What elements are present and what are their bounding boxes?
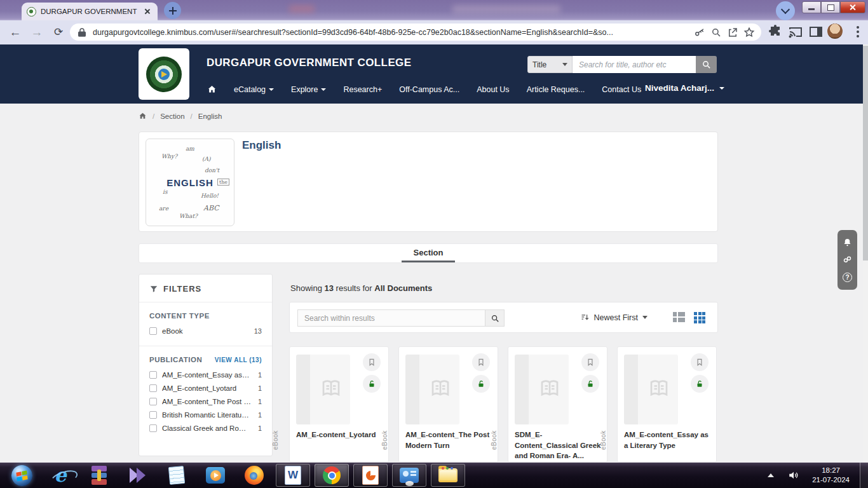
share-link-icon[interactable]	[843, 255, 852, 264]
taskbar-kmplayer[interactable]	[121, 464, 155, 487]
open-access-unlock-icon[interactable]	[472, 375, 490, 393]
reload-button[interactable]: ⟳	[51, 25, 66, 40]
nav-research[interactable]: Research+	[343, 85, 382, 94]
section-thumbnail[interactable]: Why? am (A) don't Hello! ABC What? is ar…	[146, 139, 234, 226]
result-title[interactable]: AM_E-content_Essay as a Literary Type	[624, 430, 711, 451]
open-access-unlock-icon[interactable]	[363, 375, 381, 393]
show-desktop-button[interactable]	[860, 463, 868, 488]
profile-avatar[interactable]	[827, 24, 843, 39]
filter-publication-item[interactable]: British Romantic Literature ... 1	[139, 409, 272, 422]
result-title[interactable]: AM_E-content_The Post Modern Turn	[405, 430, 492, 451]
doodle-word: is	[163, 189, 168, 195]
filter-ebook[interactable]: eBook 13	[139, 325, 272, 338]
address-bar[interactable]: durgapurgovtcollege.knimbus.com/user#/se…	[70, 24, 761, 41]
header-search-input[interactable]	[573, 56, 696, 73]
taskbar-internet-explorer[interactable]: e	[43, 464, 78, 487]
taskbar-word[interactable]: W	[276, 464, 310, 487]
taskbar-control-panel[interactable]	[392, 464, 426, 487]
checkbox[interactable]	[149, 371, 157, 379]
extensions-icon[interactable]	[768, 24, 783, 39]
checkbox[interactable]	[149, 398, 157, 405]
page-scrollbar[interactable]	[863, 44, 868, 463]
taskbar-chrome[interactable]	[315, 464, 349, 487]
window-minimize-button[interactable]	[802, 1, 821, 13]
user-menu[interactable]: Nivedita Acharj...	[645, 83, 724, 93]
ebook-thumbnail[interactable]: eBook	[405, 355, 459, 424]
cast-icon[interactable]	[788, 24, 803, 39]
checkbox[interactable]	[149, 424, 157, 432]
bookmark-button[interactable]	[472, 353, 490, 371]
back-button[interactable]: ←	[8, 25, 23, 40]
filter-publication-item[interactable]: Classical Greek and Roman ... 1	[139, 422, 272, 435]
filter-publication-item[interactable]: AM_E-content_The Post Mo... 1	[139, 395, 272, 409]
open-access-unlock-icon[interactable]	[581, 375, 599, 393]
ebook-thumbnail[interactable]: eBook	[296, 355, 350, 424]
filter-publication-item[interactable]: AM_E-content_Essay as a Lit... 1	[139, 369, 272, 382]
scrollbar-thumb[interactable]	[863, 46, 868, 261]
clock[interactable]: 18:27 21-07-2024	[812, 466, 850, 485]
taskbar-firefox[interactable]	[237, 464, 271, 487]
bookmark-button[interactable]	[691, 353, 709, 371]
forward-button[interactable]: →	[29, 25, 44, 40]
taskbar-notepad[interactable]	[159, 464, 194, 487]
nav-ecatalog[interactable]: eCatalog	[234, 85, 274, 94]
result-title[interactable]: AM_E-content_Lyotard	[296, 430, 383, 440]
start-button[interactable]	[4, 464, 39, 487]
window-maximize-button[interactable]	[821, 1, 840, 13]
sidepanel-icon[interactable]	[808, 24, 824, 39]
tray-expand-icon[interactable]	[768, 473, 774, 477]
checkbox[interactable]	[149, 411, 157, 419]
zoom-icon[interactable]	[710, 27, 722, 38]
open-access-unlock-icon[interactable]	[691, 375, 709, 393]
header-search-button[interactable]	[696, 56, 717, 73]
grid-view-icon[interactable]	[694, 312, 706, 324]
nav-offcampus[interactable]: Off-Campus Ac...	[399, 85, 459, 94]
window-close-button[interactable]	[840, 1, 865, 13]
ebook-thumbnail[interactable]: eBook	[624, 355, 678, 424]
doodle-word: (A)	[202, 156, 211, 162]
search-category-select[interactable]: Title	[527, 56, 573, 73]
nav-article-request[interactable]: Article Reques...	[527, 85, 585, 94]
result-card[interactable]: eBook SDM_E-Content_Classical Greek and …	[508, 346, 607, 463]
result-card[interactable]: eBook AM_E-content_Lyotard	[289, 346, 389, 463]
search-within-results-input[interactable]	[297, 309, 485, 327]
taskbar-powerpoint[interactable]	[353, 464, 388, 487]
results-count: 13	[325, 283, 334, 293]
nav-contact[interactable]: Contact Us	[602, 85, 641, 94]
help-icon[interactable]: ?	[843, 273, 852, 282]
bookmark-button[interactable]	[581, 353, 599, 371]
home-icon[interactable]	[207, 85, 217, 94]
bookmark-button[interactable]	[363, 353, 381, 371]
home-icon[interactable]	[139, 112, 147, 120]
taskbar-media-player[interactable]	[198, 464, 233, 487]
taskbar-explorer[interactable]	[431, 464, 465, 487]
results-search-button[interactable]	[485, 309, 505, 327]
share-icon[interactable]	[727, 27, 738, 38]
filter-publication-item[interactable]: AM_E-content_Lyotard 1	[139, 382, 272, 395]
college-logo[interactable]	[139, 48, 189, 100]
tab-close-icon[interactable]	[142, 6, 153, 17]
password-key-icon[interactable]	[694, 27, 705, 38]
checkbox[interactable]	[149, 327, 157, 335]
tab-search-chevron-icon[interactable]	[776, 1, 795, 20]
bookmark-star-icon[interactable]	[743, 27, 755, 38]
view-all-link[interactable]: VIEW ALL (13)	[215, 356, 262, 363]
notifications-bell-icon[interactable]	[843, 238, 852, 247]
checkbox[interactable]	[149, 384, 157, 392]
browser-tab[interactable]: DURGAPUR GOVERNMENT COLL	[22, 3, 158, 20]
sort-dropdown[interactable]: Newest First	[580, 313, 648, 322]
tab-section[interactable]: Section	[139, 248, 717, 257]
nav-about[interactable]: About Us	[477, 85, 509, 94]
taskbar-winrar[interactable]	[82, 464, 116, 487]
new-tab-button[interactable]	[164, 2, 181, 19]
browser-menu-icon[interactable]	[850, 24, 865, 39]
breadcrumb-section[interactable]: Section	[160, 112, 184, 120]
list-view-icon[interactable]	[673, 312, 685, 324]
result-card[interactable]: eBook AM_E-content_Essay as a Literary T…	[617, 346, 717, 463]
doodle-title: ENGLISH	[146, 177, 234, 188]
nav-explore[interactable]: Explore	[291, 85, 326, 94]
volume-icon[interactable]	[788, 470, 799, 481]
result-card[interactable]: eBook AM_E-content_The Post Modern Turn	[398, 346, 498, 463]
result-title[interactable]: SDM_E-Content_Classical Greek and Roman …	[515, 430, 602, 461]
ebook-thumbnail[interactable]: eBook	[515, 355, 569, 424]
